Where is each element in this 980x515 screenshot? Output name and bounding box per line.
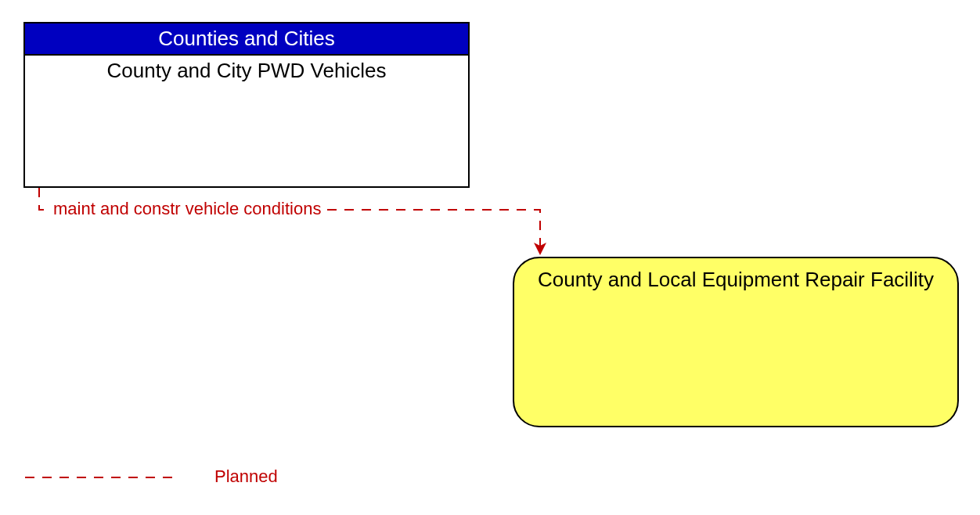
legend-planned-label: Planned (214, 466, 278, 487)
source-entity-box: Counties and Cities County and City PWD … (23, 22, 470, 188)
target-entity-box: County and Local Equipment Repair Facili… (513, 257, 959, 427)
flow-label: maint and constr vehicle conditions (50, 199, 324, 219)
source-entity-title: County and City PWD Vehicles (25, 56, 468, 83)
target-entity-title: County and Local Equipment Repair Facili… (528, 268, 943, 292)
flow-connector (39, 188, 540, 252)
source-entity-header: Counties and Cities (25, 23, 468, 56)
